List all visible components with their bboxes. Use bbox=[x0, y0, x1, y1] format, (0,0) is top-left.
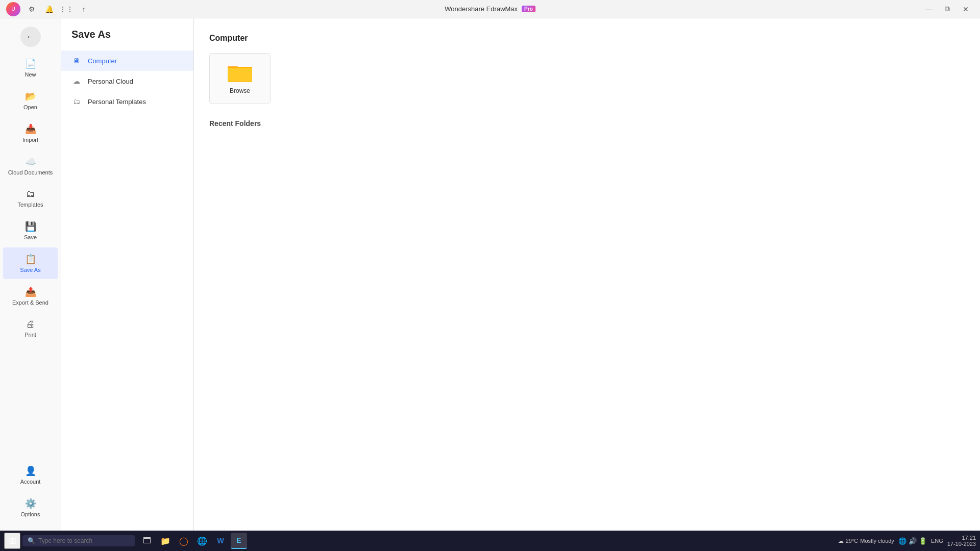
sidebar-label-new: New bbox=[24, 71, 36, 78]
sidebar-item-cloud[interactable]: ☁️ Cloud Documents bbox=[3, 150, 58, 182]
sidebar-label-saveas: Save As bbox=[20, 267, 40, 273]
sidebar-item-export[interactable]: 📤 Export & Send bbox=[3, 280, 58, 312]
save-as-nav-computer[interactable]: 🖥 Computer bbox=[61, 51, 193, 71]
battery-icon[interactable]: 🔋 bbox=[919, 537, 927, 545]
restore-button[interactable]: ⧉ bbox=[939, 1, 955, 17]
sidebar-narrow: ← 📄 New 📂 Open 📥 Import ☁️ Cloud Documen… bbox=[0, 18, 61, 531]
section-title: Computer bbox=[209, 34, 965, 43]
save-as-title: Save As bbox=[61, 29, 193, 51]
taskbar-search-box[interactable]: 🔍 bbox=[22, 535, 135, 546]
edrawmax-button[interactable]: E bbox=[231, 533, 247, 549]
template-nav-icon: 🗂 bbox=[73, 97, 80, 106]
nav-icon-computer: 🖥 bbox=[71, 56, 82, 66]
sidebar-item-templates[interactable]: 🗂 Templates bbox=[3, 183, 58, 214]
sidebar-icon-export: 📤 bbox=[25, 286, 36, 297]
sidebar-icon-print: 🖨 bbox=[26, 319, 35, 330]
sidebar-label-save: Save bbox=[24, 234, 37, 240]
clock-date: 17-10-2023 bbox=[947, 541, 976, 547]
close-button[interactable]: ✕ bbox=[958, 1, 974, 17]
toolbar-icons: ⚙ 🔔 ⋮⋮ ↑ bbox=[24, 2, 91, 16]
share-icon[interactable]: ↑ bbox=[77, 2, 91, 16]
sidebar-bottom-account[interactable]: 👤 Account bbox=[3, 459, 58, 491]
sidebar-item-import[interactable]: 📥 Import bbox=[3, 117, 58, 149]
task-view-button[interactable]: 🗖 bbox=[139, 533, 155, 549]
save-as-nav-personal_templates[interactable]: 🗂 Personal Templates bbox=[61, 91, 193, 112]
sidebar-icon-open: 📂 bbox=[25, 91, 36, 102]
back-button[interactable]: ← bbox=[20, 27, 41, 47]
app-title-area: Wondershare EdrawMax Pro bbox=[445, 5, 535, 13]
taskbar-app-icons: 🗖 📁 ◯ 🌐 W E bbox=[139, 533, 247, 549]
recent-folders-title: Recent Folders bbox=[209, 119, 965, 128]
sidebar-icon-save: 💾 bbox=[25, 221, 36, 232]
sidebar-label-import: Import bbox=[22, 137, 38, 143]
sidebar-label-templates: Templates bbox=[17, 202, 43, 208]
volume-icon[interactable]: 🔊 bbox=[909, 537, 917, 545]
notification-icon[interactable]: 🔔 bbox=[42, 2, 56, 16]
nav-label-personal_templates: Personal Templates bbox=[88, 98, 146, 106]
pro-badge: Pro bbox=[522, 6, 535, 12]
app-title: Wondershare EdrawMax bbox=[445, 5, 518, 13]
save-as-nav: 🖥 Computer ☁ Personal Cloud 🗂 Personal T… bbox=[61, 51, 193, 112]
sidebar-icon-import: 📥 bbox=[25, 123, 36, 135]
main-content: Computer Browse Recent Folders bbox=[194, 18, 980, 531]
svg-rect-3 bbox=[228, 68, 252, 82]
taskbar-search-input[interactable] bbox=[38, 537, 120, 544]
settings-icon[interactable]: ⚙ bbox=[24, 2, 39, 16]
window-controls: — ⧉ ✕ bbox=[921, 1, 974, 17]
sidebar-item-new[interactable]: 📄 New bbox=[3, 52, 58, 84]
taskbar-clock[interactable]: 17:21 17-10-2023 bbox=[947, 535, 976, 547]
computer-nav-icon: 🖥 bbox=[73, 57, 80, 65]
language-indicator[interactable]: ENG bbox=[931, 538, 943, 544]
taskbar-sys-icons: 🌐 🔊 🔋 bbox=[898, 537, 927, 545]
word-button[interactable]: W bbox=[212, 533, 229, 549]
sidebar-icon-templates: 🗂 bbox=[26, 189, 35, 199]
nav-icon-personal_templates: 🗂 bbox=[71, 96, 82, 107]
weather-condition: Mostly cloudy bbox=[860, 538, 894, 544]
sidebar-item-save[interactable]: 💾 Save bbox=[3, 215, 58, 246]
save-as-nav-personal_cloud[interactable]: ☁ Personal Cloud bbox=[61, 71, 193, 91]
title-bar-left: U ⚙ 🔔 ⋮⋮ ↑ bbox=[6, 2, 91, 16]
sidebar-icon-new: 📄 bbox=[25, 58, 36, 69]
sidebar-bottom: 👤 Account ⚙️ Options bbox=[0, 458, 61, 531]
sidebar-item-open[interactable]: 📂 Open bbox=[3, 85, 58, 116]
weather-temp: 29°C bbox=[846, 538, 859, 544]
grid-icon[interactable]: ⋮⋮ bbox=[59, 2, 74, 16]
taskbar-search-icon: 🔍 bbox=[28, 537, 35, 544]
nav-label-computer: Computer bbox=[88, 57, 117, 65]
taskbar-right: ☁ 29°C Mostly cloudy 🌐 🔊 🔋 ENG 17:21 17-… bbox=[838, 535, 976, 547]
weather-icon: ☁ bbox=[838, 538, 844, 544]
title-bar: U ⚙ 🔔 ⋮⋮ ↑ Wondershare EdrawMax Pro — ⧉ … bbox=[0, 0, 980, 18]
sidebar-icon-saveas: 📋 bbox=[25, 254, 36, 265]
start-button[interactable]: ⊞ bbox=[4, 533, 20, 549]
browse-label: Browse bbox=[230, 87, 250, 94]
app-body: ← 📄 New 📂 Open 📥 Import ☁️ Cloud Documen… bbox=[0, 18, 980, 531]
sidebar-label-export: Export & Send bbox=[12, 299, 48, 306]
sidebar-item-saveas[interactable]: 📋 Save As bbox=[3, 247, 58, 279]
taskbar-weather[interactable]: ☁ 29°C Mostly cloudy bbox=[838, 538, 894, 544]
sidebar-items: 📄 New 📂 Open 📥 Import ☁️ Cloud Documents… bbox=[0, 51, 61, 345]
app-window: U ⚙ 🔔 ⋮⋮ ↑ Wondershare EdrawMax Pro — ⧉ … bbox=[0, 0, 980, 531]
folder-icon bbox=[228, 63, 252, 83]
sidebar-label-print: Print bbox=[24, 332, 36, 338]
taskbar: ⊞ 🔍 🗖 📁 ◯ 🌐 W E ☁ 29°C Mostly cloudy 🌐 🔊… bbox=[0, 531, 980, 551]
network-icon[interactable]: 🌐 bbox=[898, 537, 906, 545]
clock-time: 17:21 bbox=[962, 535, 976, 541]
sidebar-item-print[interactable]: 🖨 Print bbox=[3, 313, 58, 344]
sidebar-label-open: Open bbox=[23, 104, 37, 110]
sidebar-bottom-icon-options: ⚙️ bbox=[25, 498, 36, 509]
sidebar-bottom-label-options: Options bbox=[21, 511, 40, 517]
sidebar-bottom-label-account: Account bbox=[20, 479, 41, 485]
sidebar-bottom-items: 👤 Account ⚙️ Options bbox=[0, 459, 61, 523]
sidebar-bottom-icon-account: 👤 bbox=[25, 465, 36, 477]
explorer-button[interactable]: 📁 bbox=[157, 533, 174, 549]
minimize-button[interactable]: — bbox=[921, 1, 937, 17]
user-avatar[interactable]: U bbox=[6, 2, 20, 16]
browse-card[interactable]: Browse bbox=[209, 53, 271, 104]
edge-button[interactable]: ◯ bbox=[176, 533, 192, 549]
sidebar-bottom-options[interactable]: ⚙️ Options bbox=[3, 492, 58, 523]
sidebar-label-cloud: Cloud Documents bbox=[8, 169, 53, 176]
save-as-panel: Save As 🖥 Computer ☁ Personal Cloud 🗂 Pe… bbox=[61, 18, 194, 531]
chrome-button[interactable]: 🌐 bbox=[194, 533, 210, 549]
sidebar-icon-cloud: ☁️ bbox=[25, 156, 36, 167]
nav-icon-personal_cloud: ☁ bbox=[71, 76, 82, 86]
